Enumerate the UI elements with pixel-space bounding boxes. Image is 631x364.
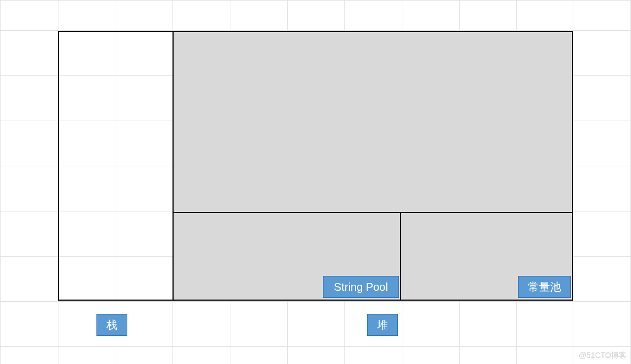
string-pool-label: String Pool [323, 276, 399, 298]
grid-h [0, 0, 631, 1]
grid-h [0, 301, 631, 302]
grid-v [0, 0, 1, 364]
stack-label: 栈 [96, 314, 127, 336]
grid-v [574, 0, 574, 364]
grid-h [0, 346, 631, 347]
heap-label: 堆 [367, 314, 398, 336]
constant-pool-label: 常量池 [518, 276, 571, 298]
watermark-text: @51CTO博客 [579, 351, 627, 361]
